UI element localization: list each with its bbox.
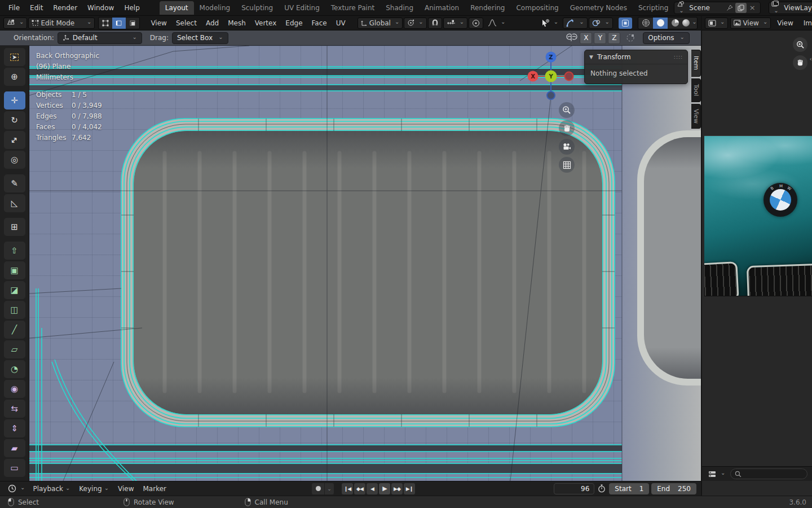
tool-annotate[interactable]: ✎ (4, 174, 25, 192)
viewport-menu-view[interactable]: View (147, 17, 170, 29)
3d-viewport[interactable]: Back Orthographic (96) Plane Millimeters… (29, 46, 701, 481)
image-editor-canvas[interactable]: B M W ‹ (702, 30, 812, 466)
play-button[interactable]: ▶ (379, 483, 390, 494)
workspace-tab-scripting[interactable]: Scripting (633, 1, 674, 15)
timeline-marker-menu[interactable]: Marker (139, 483, 171, 494)
pivot-point-selector[interactable] (404, 17, 426, 29)
gizmo-z-ball[interactable]: Z (546, 52, 557, 63)
copy-icon[interactable] (735, 3, 747, 13)
viewport-menu-add[interactable]: Add (202, 17, 223, 29)
scene-icon[interactable] (677, 1, 685, 15)
viewport-menu-mesh[interactable]: Mesh (224, 17, 250, 29)
search-input[interactable] (744, 470, 789, 478)
workspace-tab-modeling[interactable]: Modeling (194, 1, 236, 15)
sidebar-tab-tool[interactable]: Tool (691, 78, 701, 102)
gizmo-negz-ball[interactable] (546, 91, 555, 100)
tool-scale[interactable]: ↔ (4, 131, 25, 149)
workspace-tab-compositing[interactable]: Compositing (510, 1, 564, 15)
editor-type-properties-icon[interactable] (707, 468, 727, 480)
keying-menu[interactable]: Keying (74, 483, 113, 494)
orientation-setting-dropdown[interactable]: Default (58, 32, 142, 44)
shading-material-icon[interactable] (668, 17, 682, 29)
snap-base-icon[interactable] (626, 33, 635, 42)
gizmo-x-ball[interactable]: X (528, 71, 539, 82)
image-editor-menu-image[interactable]: Image (800, 17, 812, 29)
frame-start-field[interactable]: Start 1 (609, 483, 649, 494)
search-field[interactable] (730, 468, 807, 479)
viewport-menu-face[interactable]: Face (308, 17, 331, 29)
mode-selector[interactable]: Edit Mode (28, 17, 95, 29)
close-icon[interactable] (747, 3, 758, 13)
navigation-gizmo[interactable]: Z X Y (528, 51, 574, 101)
auto-keying-record-icon[interactable] (312, 483, 324, 494)
viewport-menu-vertex[interactable]: Vertex (251, 17, 281, 29)
viewport-menu-edge[interactable]: Edge (281, 17, 306, 29)
menu-edit[interactable]: Edit (25, 2, 48, 14)
shading-wireframe-icon[interactable] (638, 17, 653, 29)
workspace-tab-uv-editing[interactable]: UV Editing (279, 1, 325, 15)
vertex-select-icon[interactable] (99, 17, 112, 29)
auto-keying-options-chevron-icon[interactable]: ⌄ (325, 483, 334, 494)
workspace-tab-geometry-nodes[interactable]: Geometry Nodes (564, 1, 633, 15)
jump-to-end-button[interactable]: ▶❙ (404, 483, 415, 494)
workspace-tab-texture-paint[interactable]: Texture Paint (325, 1, 380, 15)
mirror-symmetry-icon[interactable] (566, 33, 578, 42)
viewport-menu-select[interactable]: Select (172, 17, 201, 29)
workspace-tab-sculpting[interactable]: Sculpting (236, 1, 279, 15)
menu-file[interactable]: File (3, 2, 25, 14)
snap-magnet-icon[interactable] (428, 17, 442, 29)
workspace-tab-animation[interactable]: Animation (419, 1, 465, 15)
snap-settings-selector[interactable] (443, 17, 467, 29)
overlays-toggle-icon[interactable] (589, 17, 613, 29)
menu-help[interactable]: Help (119, 2, 144, 14)
show-object-types-icon[interactable] (537, 17, 562, 29)
view-layer-name[interactable]: ViewLayer (779, 4, 812, 12)
gizmos-toggle-icon[interactable] (563, 17, 587, 29)
frame-end-field[interactable]: End 250 (651, 483, 696, 494)
next-keyframe-button[interactable]: ▶◆ (391, 483, 403, 494)
face-select-icon[interactable] (126, 17, 139, 29)
sidebar-tab-view[interactable]: View (691, 104, 701, 129)
scene-name[interactable]: Scene (685, 4, 724, 12)
tool-spin[interactable]: ◔ (4, 360, 25, 378)
tool-transform[interactable]: ◎ (4, 151, 25, 169)
zoom-icon[interactable] (793, 37, 807, 52)
workspace-tab-shading[interactable]: Shading (380, 1, 419, 15)
pan-hand-icon[interactable] (793, 55, 807, 70)
sidebar-tab-item[interactable]: Item (691, 50, 701, 77)
use-preview-range-stopwatch-icon[interactable] (594, 483, 609, 494)
pin-icon[interactable] (724, 3, 735, 13)
tool-edge-slide[interactable]: ⇆ (4, 400, 25, 418)
proportional-falloff-icon[interactable] (484, 17, 509, 29)
viewport-menu-uv[interactable]: UV (332, 17, 350, 29)
xray-toggle-icon[interactable] (619, 17, 632, 29)
transform-orientation-selector[interactable]: Global (358, 17, 403, 29)
current-frame-field[interactable]: 96 (554, 483, 594, 494)
mirror-z-button[interactable]: Z (608, 32, 620, 44)
proportional-editing-icon[interactable] (469, 17, 483, 29)
collapse-arrow-icon[interactable]: ‹ (810, 55, 812, 63)
playback-menu[interactable]: Playback (28, 483, 74, 494)
workspace-tab-layout[interactable]: Layout (160, 1, 194, 15)
image-mode-selector[interactable]: View (730, 17, 771, 29)
tool-smooth[interactable]: ◉ (4, 380, 25, 398)
mirror-y-button[interactable]: Y (594, 32, 606, 44)
editor-type-3d-viewport-icon[interactable] (3, 17, 27, 29)
workspace-tab-rendering[interactable]: Rendering (465, 1, 510, 15)
tool-select-box[interactable]: ➤ (4, 48, 25, 66)
tool-bevel[interactable]: ◪ (4, 281, 25, 299)
edge-select-icon[interactable] (112, 17, 126, 29)
tool-poly-build[interactable]: ▱ (4, 340, 25, 358)
options-dropdown[interactable]: Options (643, 32, 690, 44)
tool-rotate[interactable]: ↻ (4, 111, 25, 129)
play-reverse-button[interactable]: ◀ (367, 483, 378, 494)
mirror-x-button[interactable]: X (580, 32, 592, 44)
gizmo-negx-ball[interactable] (564, 72, 574, 81)
tool-inset-faces[interactable]: ▣ (4, 261, 25, 279)
previous-keyframe-button[interactable]: ◆◀ (354, 483, 365, 494)
tool-move[interactable]: ✛ (4, 91, 25, 110)
menu-render[interactable]: Render (48, 2, 82, 14)
timeline-view-menu[interactable]: View (113, 483, 138, 494)
drag-setting-dropdown[interactable]: Select Box (172, 32, 228, 44)
tool-shrink-fatten[interactable]: ⇕ (4, 419, 25, 437)
